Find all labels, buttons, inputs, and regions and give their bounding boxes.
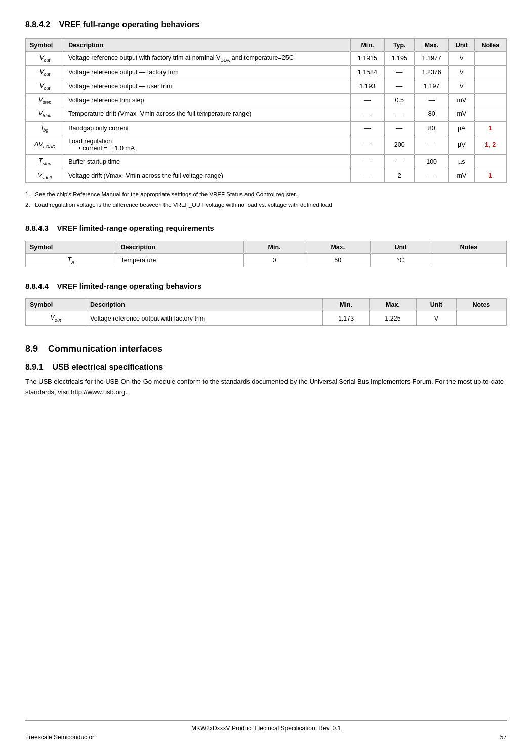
cell-max: — [415, 135, 449, 155]
col-symbol: Symbol [26, 299, 86, 311]
cell-typ: — [385, 107, 415, 122]
col-unit: Unit [416, 299, 456, 311]
cell-symbol: Vvdrift [26, 169, 64, 183]
table-8842-wrapper: Symbol Description Min. Typ. Max. Unit N… [25, 38, 507, 183]
col-desc-1: Description [64, 39, 350, 52]
cell-desc: Voltage reference trim step [64, 93, 350, 107]
cell-max: 80 [415, 107, 449, 122]
cell-symbol: Vtdrift [26, 107, 64, 122]
cell-typ: 1.195 [385, 52, 415, 66]
cell-desc: Temperature [116, 253, 244, 267]
col-desc: Description [116, 241, 244, 253]
heading-89: 8.9 Communication interfaces [25, 344, 507, 354]
section-8844: 8.8.4.4 VREF limited-range operating beh… [25, 282, 507, 326]
cell-max: 80 [415, 121, 449, 135]
cell-typ: — [385, 155, 415, 169]
cell-desc: Voltage drift (Vmax -Vmin across the ful… [64, 169, 350, 183]
cell-unit: mV [448, 107, 474, 122]
col-symbol: Symbol [26, 241, 116, 253]
cell-symbol: Vstep [26, 93, 64, 107]
cell-max: 1.1977 [415, 52, 449, 66]
footer-center-text: MKW2xDxxxV Product Electrical Specificat… [25, 720, 507, 732]
cell-min: — [350, 107, 385, 122]
cell-desc: Buffer startup time [64, 155, 350, 169]
table-8843-wrapper: Symbol Description Min. Max. Unit Notes … [25, 241, 507, 268]
cell-unit: V [448, 79, 474, 94]
cell-min: — [350, 93, 385, 107]
col-min: Min. [243, 241, 305, 253]
cell-notes [431, 253, 506, 267]
cell-notes: 1 [474, 169, 506, 183]
cell-unit: µs [448, 155, 474, 169]
table-row: Vout Voltage reference output — user tri… [26, 79, 507, 94]
cell-min: 1.1584 [350, 65, 385, 79]
col-typ-1: Typ. [385, 39, 415, 52]
col-desc: Description [86, 299, 323, 311]
col-notes: Notes [456, 299, 506, 311]
table-8842: Symbol Description Min. Typ. Max. Unit N… [25, 38, 507, 183]
cell-desc: Voltage reference output with factory tr… [86, 311, 323, 326]
cell-desc: Voltage reference output — factory trim [64, 65, 350, 79]
table-row: TA Temperature 0 50 °C [26, 253, 507, 267]
cell-notes [474, 52, 506, 66]
cell-min: — [350, 169, 385, 183]
table-row: Vtdrift Temperature drift (Vmax -Vmin ac… [26, 107, 507, 122]
table-row: Vout Voltage reference output — factory … [26, 65, 507, 79]
cell-unit: °C [371, 253, 431, 267]
heading-8843: 8.8.4.3 VREF limited-range operating req… [25, 224, 507, 232]
section-891: 8.9.1 USB electrical specifications The … [25, 363, 507, 398]
cell-desc: Voltage reference output with factory tr… [64, 52, 350, 66]
col-min: Min. [322, 299, 369, 311]
col-notes: Notes [431, 241, 506, 253]
cell-max: — [415, 169, 449, 183]
cell-unit: µA [448, 121, 474, 135]
cell-unit: V [448, 52, 474, 66]
table-8843: Symbol Description Min. Max. Unit Notes … [25, 241, 507, 268]
col-max: Max. [370, 299, 416, 311]
cell-notes: 1, 2 [474, 135, 506, 155]
cell-min: 1.173 [322, 311, 369, 326]
cell-min: — [350, 135, 385, 155]
cell-typ: 0.5 [385, 93, 415, 107]
cell-unit: mV [448, 93, 474, 107]
cell-symbol: Tstup [26, 155, 64, 169]
cell-desc: Voltage reference output — user trim [64, 79, 350, 94]
cell-symbol: Vout [26, 311, 86, 326]
table-row: Vout Voltage reference output with facto… [26, 52, 507, 66]
heading-891: 8.9.1 USB electrical specifications [25, 363, 507, 372]
footer-left: Freescale Semiconductor [25, 734, 94, 741]
cell-notes [474, 65, 506, 79]
table-row: Ibg Bandgap only current — — 80 µA 1 [26, 121, 507, 135]
cell-desc: Bandgap only current [64, 121, 350, 135]
footnotes-8842: 1. See the chip's Reference Manual for t… [25, 190, 507, 210]
table-row: Vout Voltage reference output with facto… [26, 311, 507, 326]
col-min-1: Min. [350, 39, 385, 52]
cell-min: 1.1915 [350, 52, 385, 66]
col-unit: Unit [371, 241, 431, 253]
heading-8842: 8.8.4.2 VREF full-range operating behavi… [25, 20, 507, 29]
cell-typ: — [385, 65, 415, 79]
col-unit-1: Unit [448, 39, 474, 52]
table-row: Tstup Buffer startup time — — 100 µs [26, 155, 507, 169]
cell-min: 1.193 [350, 79, 385, 94]
cell-symbol: Vout [26, 79, 64, 94]
cell-max: 1.225 [370, 311, 416, 326]
table-row: Vstep Voltage reference trim step — 0.5 … [26, 93, 507, 107]
cell-notes: 1 [474, 121, 506, 135]
cell-symbol: TA [26, 253, 116, 267]
cell-unit: V [416, 311, 456, 326]
table-8844-wrapper: Symbol Description Min. Max. Unit Notes … [25, 298, 507, 326]
heading-8844: 8.8.4.4 VREF limited-range operating beh… [25, 282, 507, 290]
cell-max: — [415, 93, 449, 107]
cell-typ: — [385, 121, 415, 135]
cell-notes [474, 93, 506, 107]
cell-typ: — [385, 79, 415, 94]
cell-symbol: Vout [26, 65, 64, 79]
cell-min: — [350, 121, 385, 135]
cell-unit: µV [448, 135, 474, 155]
section-89: 8.9 Communication interfaces [25, 344, 507, 354]
cell-notes [456, 311, 506, 326]
cell-typ: 2 [385, 169, 415, 183]
footer-bottom: Freescale Semiconductor 57 [25, 734, 507, 741]
cell-min: — [350, 155, 385, 169]
